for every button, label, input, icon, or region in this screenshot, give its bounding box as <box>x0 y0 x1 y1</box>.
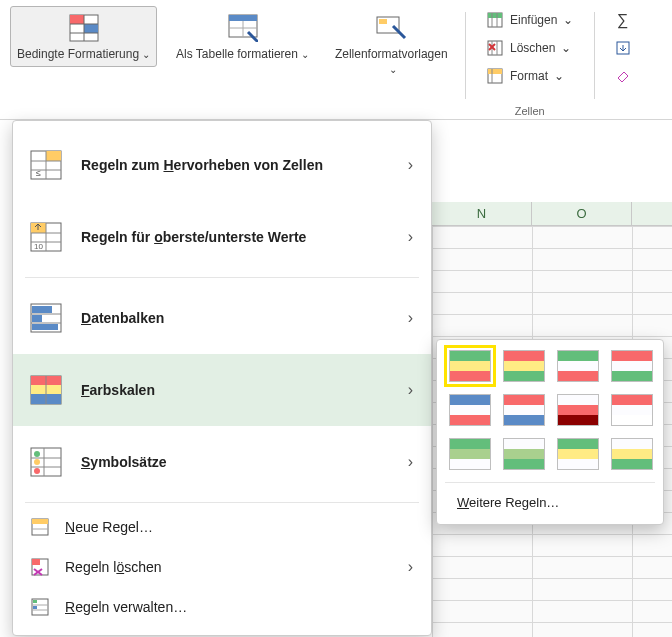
chevron-down-icon: ⌄ <box>142 49 150 60</box>
svg-rect-39 <box>32 315 42 322</box>
menu-manage-rules[interactable]: Regeln verwalten… <box>13 587 431 627</box>
clear-button[interactable] <box>605 64 641 88</box>
chevron-right-icon: › <box>408 156 413 174</box>
svg-rect-2 <box>84 24 98 33</box>
menu-label: Neue Regel… <box>65 519 153 535</box>
column-headers: N O <box>432 202 672 226</box>
format-as-table-icon <box>226 11 260 45</box>
conditional-formatting-button[interactable]: Bedingte Formatierung⌄ <box>10 6 157 67</box>
color-scale-swatch[interactable] <box>611 350 653 382</box>
svg-rect-22 <box>488 69 502 74</box>
conditional-formatting-icon <box>67 11 101 45</box>
cells-group-label: Zellen <box>470 105 590 117</box>
menu-highlight-cells-rules[interactable]: ≤ Regeln zum Hervorheben von Zellen › <box>13 129 431 201</box>
more-rules-link[interactable]: Weitere Regeln… <box>449 489 651 516</box>
fill-down-icon <box>614 39 632 57</box>
color-scale-swatch[interactable] <box>557 438 599 470</box>
column-header[interactable] <box>632 202 672 225</box>
chevron-right-icon: › <box>408 381 413 399</box>
menu-icon-sets[interactable]: Symbolsätze › <box>13 426 431 498</box>
chevron-right-icon: › <box>408 558 413 576</box>
color-scales-gallery <box>449 350 651 472</box>
delete-label: Löschen <box>510 41 555 55</box>
chevron-down-icon: ⌄ <box>563 13 573 27</box>
submenu-separator <box>445 482 655 483</box>
svg-rect-26 <box>46 151 61 161</box>
color-scale-swatch[interactable] <box>503 438 545 470</box>
format-cells-icon <box>486 67 504 85</box>
delete-cells-icon <box>486 39 504 57</box>
color-scales-submenu: Weitere Regeln… <box>436 339 664 525</box>
svg-rect-40 <box>32 324 58 330</box>
menu-data-bars[interactable]: Datenbalken › <box>13 282 431 354</box>
menu-label: Farbskalen <box>81 382 155 398</box>
svg-rect-7 <box>229 15 257 21</box>
menu-label: Datenbalken <box>81 310 164 326</box>
menu-new-rule[interactable]: Neue Regel… <box>13 507 431 547</box>
highlight-rules-icon: ≤ <box>29 148 63 182</box>
chevron-down-icon: ⌄ <box>561 41 571 55</box>
delete-cells-button[interactable]: Löschen ⌄ <box>477 36 582 60</box>
svg-point-50 <box>34 459 40 465</box>
menu-label: Symbolsätze <box>81 454 167 470</box>
svg-text:10: 10 <box>34 242 43 251</box>
svg-rect-11 <box>379 19 387 24</box>
chevron-down-icon: ⌄ <box>389 64 397 75</box>
menu-label: Regeln löschen <box>65 559 162 575</box>
svg-rect-1 <box>70 15 84 24</box>
color-scale-swatch[interactable] <box>449 438 491 470</box>
color-scale-swatch[interactable] <box>449 350 491 382</box>
top-bottom-icon: 10 <box>29 220 63 254</box>
icon-sets-icon <box>29 445 63 479</box>
fill-button[interactable] <box>605 36 641 60</box>
chevron-right-icon: › <box>408 228 413 246</box>
chevron-right-icon: › <box>408 309 413 327</box>
format-as-table-button[interactable]: Als Tabelle formatieren⌄ <box>169 6 316 67</box>
chevron-down-icon: ⌄ <box>554 69 564 83</box>
sheet-blank <box>432 120 672 202</box>
menu-label: Regeln verwalten… <box>65 599 187 615</box>
autosum-button[interactable]: ∑ <box>605 8 641 32</box>
chevron-down-icon: ⌄ <box>301 49 309 60</box>
svg-rect-66 <box>33 606 37 609</box>
chevron-right-icon: › <box>408 453 413 471</box>
eraser-icon <box>614 67 632 85</box>
format-label: Format <box>510 69 548 83</box>
cell-styles-label: Zellenformatvorlagen⌄ <box>335 47 448 77</box>
new-rule-icon <box>29 516 51 538</box>
cell-styles-icon <box>374 11 408 45</box>
color-scale-swatch[interactable] <box>503 394 545 426</box>
svg-point-49 <box>34 451 40 457</box>
menu-separator <box>25 277 419 278</box>
manage-rules-icon <box>29 596 51 618</box>
column-header[interactable]: O <box>532 202 632 225</box>
svg-rect-13 <box>488 13 502 18</box>
color-scale-swatch[interactable] <box>503 350 545 382</box>
insert-cells-icon <box>486 11 504 29</box>
insert-label: Einfügen <box>510 13 557 27</box>
color-scale-swatch[interactable] <box>611 394 653 426</box>
menu-color-scales[interactable]: Farbskalen › <box>13 354 431 426</box>
menu-clear-rules[interactable]: Regeln löschen › <box>13 547 431 587</box>
color-scale-swatch[interactable] <box>557 350 599 382</box>
menu-label: Regeln für oberste/unterste Werte <box>81 229 306 245</box>
color-scales-icon <box>29 373 63 407</box>
format-as-table-label: Als Tabelle formatieren⌄ <box>176 47 309 62</box>
color-scale-swatch[interactable] <box>449 394 491 426</box>
insert-cells-button[interactable]: Einfügen ⌄ <box>477 8 582 32</box>
menu-top-bottom-rules[interactable]: 10 Regeln für oberste/unterste Werte › <box>13 201 431 273</box>
format-cells-button[interactable]: Format ⌄ <box>477 64 582 88</box>
color-scale-swatch[interactable] <box>557 394 599 426</box>
ribbon-separator <box>594 12 595 99</box>
sigma-icon: ∑ <box>614 11 632 29</box>
menu-label: Regeln zum Hervorheben von Zellen <box>81 157 323 173</box>
svg-point-51 <box>34 468 40 474</box>
data-bars-icon <box>29 301 63 335</box>
menu-separator <box>25 502 419 503</box>
conditional-formatting-label: Bedingte Formatierung⌄ <box>17 47 150 62</box>
svg-rect-56 <box>32 519 48 524</box>
clear-rules-icon <box>29 556 51 578</box>
cell-styles-button[interactable]: Zellenformatvorlagen⌄ <box>328 6 455 82</box>
column-header[interactable]: N <box>432 202 532 225</box>
color-scale-swatch[interactable] <box>611 438 653 470</box>
